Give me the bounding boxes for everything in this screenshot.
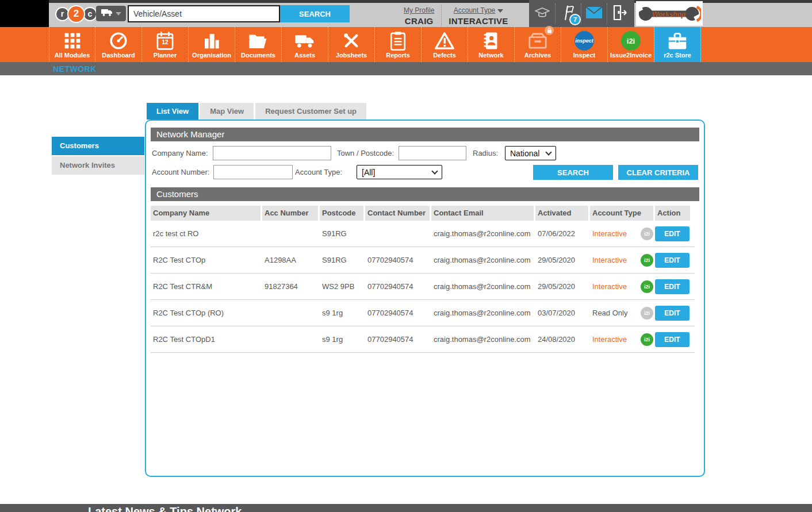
nav-module-network[interactable]: Network xyxy=(468,27,515,62)
user-name: CRAIG xyxy=(404,16,434,26)
table-row: R2C Test CTOp A1298AA S91RG 07702940574 … xyxy=(151,247,695,274)
contact-email-cell: craig.thomas@r2conline.com xyxy=(431,229,534,238)
r2c-logo-2: 2 xyxy=(67,5,85,23)
nav-module-defects[interactable]: Defects xyxy=(422,27,468,62)
crossed-tools-icon xyxy=(328,30,374,52)
i2i-badge[interactable]: i2i xyxy=(641,228,653,240)
table-row: R2C Test CTR&M 91827364 WS2 9PB 07702940… xyxy=(151,274,695,300)
sidebar-item-network-invites[interactable]: Network Invites xyxy=(52,156,144,175)
i2i-badge[interactable]: i2i xyxy=(641,254,653,267)
header-icon-tray: 7 xyxy=(529,0,634,27)
company-cell: R2C Test CTOp xyxy=(151,256,261,264)
network-manager-panel: Network Manager Company Name: Town / Pos… xyxy=(145,120,705,477)
workshop-logo: Workshop xyxy=(636,1,703,26)
column-header: Contact Number xyxy=(365,206,430,221)
nav-module-issue2invoice[interactable]: i2i Issue2Invoice xyxy=(608,27,654,62)
clipboard-icon xyxy=(375,30,421,52)
truck-icon xyxy=(101,8,113,19)
contact-email-cell: craig.thomas@r2conline.com xyxy=(431,256,534,264)
contact-number-cell: 07702940574 xyxy=(365,335,430,344)
graduation-cap-icon xyxy=(534,6,550,22)
header-left-spacer xyxy=(0,0,49,27)
nav-module-organisation[interactable]: Organisation xyxy=(189,27,235,62)
nav-module-inspect[interactable]: inspect Inspect xyxy=(561,27,608,62)
top-header-bar: r 2 c SEARCH My Profile CRAIG Account Ty… xyxy=(0,0,812,27)
edit-button[interactable]: EDIT xyxy=(655,332,690,347)
clear-criteria-button[interactable]: CLEAR CRITERIA xyxy=(618,165,698,180)
view-tabs: List View Map View Request Customer Set … xyxy=(147,103,366,120)
radius-label: Radius: xyxy=(473,149,498,157)
footer-text: Latest News & Tips Network xyxy=(88,505,242,512)
tab-map-view[interactable]: Map View xyxy=(200,103,254,120)
sidebar-item-customers[interactable]: Customers xyxy=(52,137,144,155)
action-cell: i2i EDIT xyxy=(641,253,690,268)
chevron-down-icon xyxy=(497,9,503,13)
asset-type-dropdown[interactable] xyxy=(96,6,126,21)
nav-module-planner[interactable]: 12 Planner xyxy=(142,27,189,62)
tab-request-customer-setup[interactable]: Request Customer Set up xyxy=(255,103,366,120)
edit-button[interactable]: EDIT xyxy=(655,226,690,241)
nav-module-r2c-store[interactable]: r2c Store xyxy=(654,27,701,62)
training-button[interactable] xyxy=(529,3,555,24)
customers-table: r2c test ct RO S91RG craig.thomas@r2conl… xyxy=(151,221,695,353)
vehicle-asset-search-button[interactable]: SEARCH xyxy=(280,5,350,22)
postcode-cell: s9 1rg xyxy=(320,335,363,344)
company-cell: R2C Test CTOpD1 xyxy=(151,335,261,344)
exit-door-icon xyxy=(612,5,628,23)
vehicle-asset-search-input[interactable] xyxy=(128,5,280,22)
company-name-input[interactable] xyxy=(213,146,331,160)
nav-module-documents[interactable]: Documents xyxy=(235,27,282,62)
nav-module-archives[interactable]: Archives xyxy=(515,27,561,62)
action-cell: i2i EDIT xyxy=(641,226,690,241)
nav-module-jobsheets[interactable]: Jobsheets xyxy=(328,27,375,62)
dashboard-gauge-icon xyxy=(95,30,141,52)
i2i-badge[interactable]: i2i xyxy=(641,333,653,346)
breadcrumb: NETWORK xyxy=(53,64,97,74)
nav-module-dashboard[interactable]: Dashboard xyxy=(95,27,142,62)
criteria-search-button[interactable]: SEARCH xyxy=(533,165,613,180)
table-row: R2C Test CTOpD1 s9 1rg 07702940574 craig… xyxy=(151,326,695,353)
column-header: Company Name xyxy=(151,206,261,221)
edit-button[interactable]: EDIT xyxy=(655,279,690,294)
notification-count-badge: 7 xyxy=(569,14,581,25)
account-type-link[interactable]: Account Type xyxy=(454,6,504,14)
module-nav-bar: All Modules Dashboard 12 Planner O xyxy=(0,27,812,62)
inspect-circle-icon: inspect xyxy=(574,31,594,51)
i2i-badge[interactable]: i2i xyxy=(641,307,653,319)
nav-module-assets[interactable]: Assets xyxy=(282,27,328,62)
column-header: Contact Email xyxy=(431,206,534,221)
tab-list-view[interactable]: List View xyxy=(147,103,198,120)
column-header: Account Type xyxy=(590,206,653,221)
nav-module-all-modules[interactable]: All Modules xyxy=(49,27,95,62)
notifications-button[interactable]: 7 xyxy=(555,3,581,24)
my-profile-link[interactable]: My Profile xyxy=(404,6,434,14)
edit-button[interactable]: EDIT xyxy=(655,253,690,268)
town-postcode-input[interactable] xyxy=(399,146,466,160)
messages-button[interactable] xyxy=(581,3,607,24)
logout-button[interactable] xyxy=(607,3,633,24)
postcode-cell: s9 1rg xyxy=(320,309,363,317)
column-header: Postcode xyxy=(320,206,363,221)
edit-button[interactable]: EDIT xyxy=(655,306,690,321)
account-type-select[interactable]: [All] xyxy=(357,165,442,179)
chevron-down-icon xyxy=(545,149,551,155)
activated-cell: 29/05/2020 xyxy=(535,282,588,291)
breadcrumb-bar: NETWORK xyxy=(0,62,812,75)
radius-select[interactable]: National xyxy=(505,146,556,160)
acc-number-cell: 91827364 xyxy=(262,282,318,291)
briefcase-icon xyxy=(654,30,700,52)
i2i-badge[interactable]: i2i xyxy=(641,280,653,293)
nav-module-reports[interactable]: Reports xyxy=(375,27,422,62)
activated-cell: 24/08/2020 xyxy=(535,335,588,344)
r2c-logo: r 2 c xyxy=(55,5,97,23)
contact-email-cell: craig.thomas@r2conline.com xyxy=(431,309,534,317)
company-cell: R2C Test CTOp (RO) xyxy=(151,309,261,317)
account-number-input[interactable] xyxy=(213,165,293,179)
town-postcode-label: Town / Postcode: xyxy=(337,149,394,157)
building-icon xyxy=(189,30,235,52)
contact-email-cell: craig.thomas@r2conline.com xyxy=(431,282,534,291)
lock-icon xyxy=(545,26,554,35)
truck-icon xyxy=(282,30,328,52)
postcode-cell: S91RG xyxy=(320,229,363,238)
folder-icon xyxy=(235,30,281,52)
